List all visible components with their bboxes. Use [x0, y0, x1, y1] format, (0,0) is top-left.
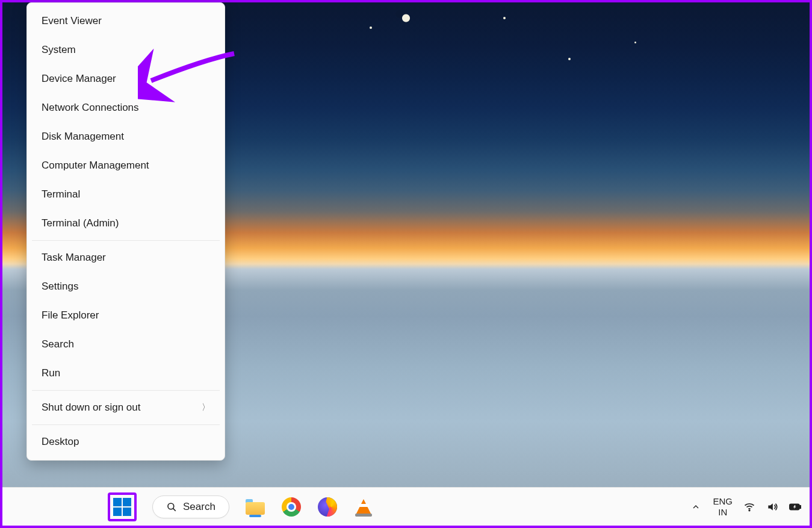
- taskbar-app-firefox[interactable]: [317, 497, 338, 517]
- menu-item-shutdown[interactable]: Shut down or sign out 〉: [27, 393, 225, 422]
- menu-item-search[interactable]: Search: [27, 330, 225, 359]
- chevron-right-icon: 〉: [202, 402, 210, 413]
- menu-item-disk-management[interactable]: Disk Management: [27, 122, 225, 151]
- menu-item-label: Terminal: [42, 188, 80, 200]
- menu-item-label: Shut down or sign out: [42, 402, 140, 414]
- menu-item-task-manager[interactable]: Task Manager: [27, 243, 225, 272]
- menu-item-label: Disk Management: [42, 131, 124, 143]
- menu-item-label: Desktop: [42, 436, 79, 448]
- menu-item-label: Computer Management: [42, 160, 149, 172]
- svg-rect-4: [800, 505, 801, 508]
- menu-item-label: Task Manager: [42, 252, 106, 264]
- menu-item-label: Settings: [42, 281, 78, 293]
- vlc-icon: [356, 499, 371, 515]
- menu-item-run[interactable]: Run: [27, 359, 225, 388]
- menu-item-system[interactable]: System: [27, 36, 225, 64]
- search-icon: [166, 502, 177, 512]
- start-button[interactable]: [108, 492, 137, 521]
- menu-item-label: Network Connections: [42, 102, 139, 114]
- language-bottom: IN: [713, 507, 733, 517]
- menu-item-settings[interactable]: Settings: [27, 272, 225, 301]
- menu-item-label: System: [42, 44, 76, 56]
- file-explorer-icon: [246, 499, 265, 515]
- tray-overflow-button[interactable]: [690, 501, 702, 513]
- star-icon: [370, 26, 372, 29]
- system-tray: ENG IN: [690, 488, 801, 526]
- taskbar-app-vlc[interactable]: [353, 497, 374, 517]
- menu-divider: [32, 240, 220, 241]
- taskbar-search-label: Search: [183, 501, 215, 513]
- windows-logo-icon: [113, 498, 131, 516]
- taskbar-center: Search: [108, 488, 374, 526]
- menu-item-label: Terminal (Admin): [42, 217, 119, 229]
- menu-item-desktop[interactable]: Desktop: [27, 427, 225, 456]
- star-icon: [634, 42, 636, 43]
- menu-item-terminal-admin[interactable]: Terminal (Admin): [27, 209, 225, 238]
- taskbar-app-file-explorer[interactable]: [245, 497, 265, 517]
- menu-divider: [32, 390, 220, 391]
- menu-item-label: Device Manager: [42, 73, 116, 85]
- menu-item-label: Event Viewer: [42, 15, 102, 27]
- menu-divider: [32, 424, 220, 425]
- taskbar-search[interactable]: Search: [152, 495, 229, 518]
- menu-item-label: File Explorer: [42, 309, 99, 321]
- volume-icon[interactable]: [766, 501, 778, 513]
- wifi-icon[interactable]: [743, 501, 755, 513]
- menu-item-terminal[interactable]: Terminal: [27, 180, 225, 209]
- language-indicator[interactable]: ENG IN: [713, 496, 733, 517]
- menu-item-network-connections[interactable]: Network Connections: [27, 93, 225, 122]
- taskbar: Search ENG IN: [2, 487, 810, 526]
- menu-item-device-manager[interactable]: Device Manager: [27, 64, 225, 93]
- firefox-icon: [318, 497, 337, 517]
- chrome-icon: [282, 497, 301, 517]
- menu-item-file-explorer[interactable]: File Explorer: [27, 301, 225, 330]
- winx-context-menu[interactable]: Event Viewer System Device Manager Netwo…: [26, 2, 225, 461]
- taskbar-app-chrome[interactable]: [281, 497, 302, 517]
- svg-line-1: [173, 508, 176, 511]
- menu-item-label: Search: [42, 338, 74, 350]
- battery-icon[interactable]: [789, 501, 801, 513]
- menu-item-computer-management[interactable]: Computer Management: [27, 151, 225, 180]
- star-icon: [503, 17, 506, 19]
- svg-point-0: [168, 503, 174, 509]
- svg-point-2: [749, 510, 750, 511]
- menu-item-event-viewer[interactable]: Event Viewer: [27, 7, 225, 36]
- menu-item-label: Run: [42, 367, 60, 379]
- language-top: ENG: [713, 496, 733, 506]
- star-icon: [568, 58, 571, 60]
